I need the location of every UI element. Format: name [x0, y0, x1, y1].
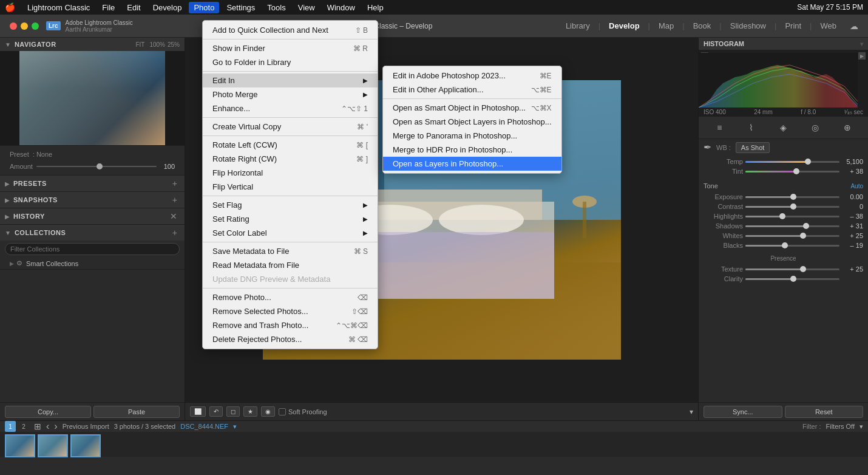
filename-arrow[interactable]: ▾: [233, 423, 237, 431]
highlights-slider[interactable]: [745, 216, 839, 217]
menu-other-app[interactable]: Edit in Other Application... ⌥⌘E: [383, 83, 561, 97]
menu-rotate-right[interactable]: Rotate Right (CW) ⌘ ]: [203, 152, 378, 166]
flag-btn[interactable]: ◻: [226, 406, 240, 417]
menu-hdr-pro[interactable]: Merge to HDR Pro in Photoshop...: [383, 143, 561, 157]
hist-right-arrow[interactable]: ▶: [858, 52, 866, 60]
menubar-view[interactable]: View: [293, 2, 320, 13]
menu-add-quick-collection[interactable]: Add to Quick Collection and Next ⇧ B: [203, 23, 378, 37]
prev-arrow[interactable]: ‹: [46, 421, 49, 432]
temp-slider[interactable]: [745, 161, 839, 163]
tab-develop[interactable]: Develop: [603, 19, 646, 33]
snapshots-add-btn[interactable]: +: [170, 195, 180, 205]
color-btn[interactable]: ◉: [261, 406, 275, 417]
menu-edit-in[interactable]: Edit In ▶: [203, 73, 378, 87]
paste-button[interactable]: Paste: [93, 406, 180, 418]
collections-add-btn[interactable]: +: [170, 228, 180, 237]
rotate-btn[interactable]: ↶: [209, 406, 223, 417]
menu-remove-photo[interactable]: Remove Photo... ⌫: [203, 290, 378, 304]
menu-rotate-left[interactable]: Rotate Left (CCW) ⌘ [: [203, 138, 378, 152]
menu-set-rating[interactable]: Set Rating ▶: [203, 212, 378, 226]
menu-remove-selected[interactable]: Remove Selected Photos... ⇧⌫: [203, 304, 378, 318]
star-btn[interactable]: ★: [243, 406, 257, 417]
menu-flip-vertical[interactable]: Flip Vertical: [203, 180, 378, 194]
tab-slideshow[interactable]: Slideshow: [724, 19, 772, 33]
navigator-header[interactable]: ▼ Navigator FIT 100% 25%: [0, 38, 185, 51]
texture-slider[interactable]: [745, 268, 839, 270]
film-thumb-3[interactable]: [70, 434, 101, 457]
navigator-25[interactable]: 25%: [168, 41, 180, 48]
menubar-help[interactable]: Help: [362, 2, 388, 13]
clarity-slider[interactable]: [745, 278, 839, 280]
exposure-slider[interactable]: [745, 196, 839, 198]
menu-panorama[interactable]: Merge to Panorama in Photoshop...: [383, 129, 561, 143]
reset-button[interactable]: Reset: [785, 406, 864, 418]
menu-photoshop-2023[interactable]: Edit in Adobe Photoshop 2023... ⌘E: [383, 69, 561, 83]
menu-save-metadata[interactable]: Save Metadata to File ⌘ S: [203, 244, 378, 258]
menu-set-flag[interactable]: Set Flag ▶: [203, 198, 378, 212]
filter-dropdown-arrow[interactable]: ▾: [860, 423, 863, 431]
menu-smart-object[interactable]: Open as Smart Object in Photoshop... ⌥⌘X: [383, 101, 561, 115]
basic-tool[interactable]: ≡: [712, 120, 727, 135]
page-2[interactable]: 2: [18, 421, 29, 432]
cloud-icon[interactable]: ☁: [850, 21, 858, 31]
film-thumb-2[interactable]: [38, 434, 68, 457]
presets-header[interactable]: ▶ Presets +: [0, 176, 185, 191]
filename[interactable]: DSC_8444.NEF: [180, 423, 228, 430]
tab-web[interactable]: Web: [815, 19, 843, 33]
menubar-tools[interactable]: Tools: [262, 2, 290, 13]
toolbar-arrow-down[interactable]: ▾: [690, 408, 693, 416]
close-button[interactable]: [10, 22, 17, 30]
soft-proofing-checkbox[interactable]: [279, 408, 286, 415]
film-thumb-1[interactable]: [5, 434, 35, 457]
menubar-window[interactable]: Window: [322, 2, 360, 13]
collections-header[interactable]: ▼ Collections +: [0, 225, 185, 241]
page-1[interactable]: 1: [5, 421, 16, 432]
menubar-photo[interactable]: Photo: [189, 2, 219, 13]
amount-slider[interactable]: [36, 166, 157, 167]
grid-icon[interactable]: ⊞: [34, 422, 41, 431]
menubar-settings[interactable]: Settings: [222, 2, 260, 13]
copy-button[interactable]: Copy...: [5, 406, 91, 418]
sync-button[interactable]: Sync...: [704, 406, 782, 418]
navigator-100[interactable]: 100%: [149, 41, 165, 48]
menubar-file[interactable]: File: [97, 2, 120, 13]
minimize-button[interactable]: [21, 22, 28, 30]
presets-add-btn[interactable]: +: [170, 179, 180, 188]
detail-tool[interactable]: ⊕: [840, 120, 855, 135]
menu-open-layers[interactable]: Open as Layers in Photoshop...: [383, 157, 561, 171]
tab-print[interactable]: Print: [779, 19, 807, 33]
history-header[interactable]: ▶ History ✕: [0, 208, 185, 224]
menu-set-color-label[interactable]: Set Color Label ▶: [203, 226, 378, 240]
tab-library[interactable]: Library: [560, 19, 596, 33]
previous-import-label[interactable]: Previous Import: [63, 423, 109, 430]
menu-flip-horizontal[interactable]: Flip Horizontal: [203, 166, 378, 180]
hsl-tool[interactable]: ◈: [776, 120, 790, 135]
menu-read-metadata[interactable]: Read Metadata from File: [203, 258, 378, 272]
wb-dropdown[interactable]: As Shot: [736, 142, 770, 153]
next-arrow[interactable]: ›: [54, 421, 57, 432]
menubar-lightroom[interactable]: Lightroom Classic: [22, 2, 95, 13]
filter-value[interactable]: Filters Off: [826, 423, 855, 430]
blacks-slider[interactable]: [745, 245, 839, 247]
collections-filter-input[interactable]: [5, 243, 180, 255]
menu-photo-merge[interactable]: Photo Merge ▶: [203, 87, 378, 101]
whites-slider[interactable]: [745, 235, 839, 237]
snapshots-header[interactable]: ▶ Snapshots +: [0, 192, 185, 208]
wb-eyedropper[interactable]: ✒: [704, 142, 711, 153]
menu-remove-trash[interactable]: Remove and Trash Photo... ⌃⌥⌘⌫: [203, 318, 378, 332]
tone-curve-tool[interactable]: ⌇: [744, 120, 759, 135]
menu-smart-layers[interactable]: Open as Smart Object Layers in Photoshop…: [383, 115, 561, 129]
maximize-button[interactable]: [32, 22, 39, 30]
histogram-menu[interactable]: ▾: [860, 41, 863, 47]
color-grading-tool[interactable]: ◎: [808, 120, 822, 135]
tint-slider[interactable]: [745, 171, 839, 173]
smart-collections-item[interactable]: ▶ ⚙ Smart Collections: [0, 258, 185, 269]
contrast-slider[interactable]: [745, 206, 839, 208]
menu-enhance[interactable]: Enhance... ⌃⌥⇧ 1: [203, 101, 378, 115]
menu-delete-rejected[interactable]: Delete Rejected Photos... ⌘ ⌫: [203, 332, 378, 346]
menubar-edit[interactable]: Edit: [122, 2, 145, 13]
tab-map[interactable]: Map: [653, 19, 680, 33]
menubar-develop[interactable]: Develop: [148, 2, 187, 13]
tab-book[interactable]: Book: [687, 19, 717, 33]
tone-auto-btn[interactable]: Auto: [850, 183, 863, 190]
